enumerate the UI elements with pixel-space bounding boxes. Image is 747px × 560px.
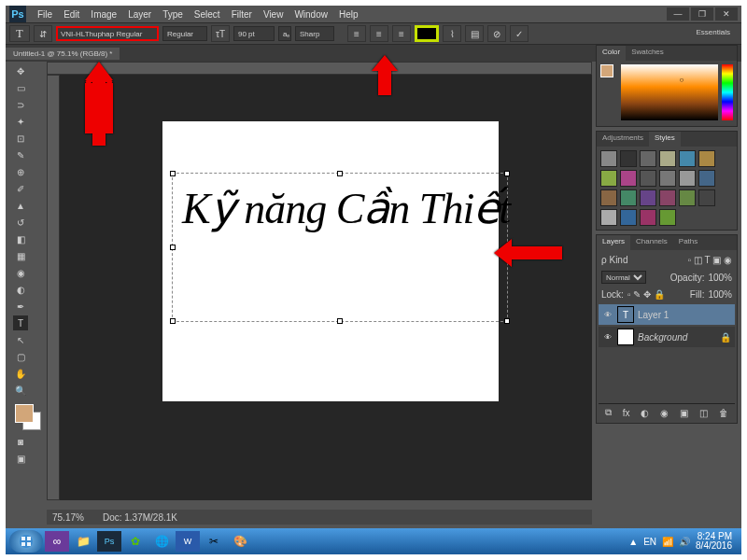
paths-tab[interactable]: Paths [673,235,703,250]
style-swatch[interactable] [659,150,676,167]
eyedropper-tool[interactable]: ✎ [13,147,28,162]
taskbar-ps-icon[interactable]: Ps [97,531,121,552]
workspace-label[interactable]: Essentials [691,26,736,38]
warp-text-button[interactable]: ⌇ [443,25,461,42]
color-tab[interactable]: Color [597,46,626,61]
styles-tab[interactable]: Styles [649,132,681,147]
taskbar-explorer-icon[interactable]: 📁 [71,531,95,552]
layer-row-1[interactable]: 👁 T Layer 1 [599,304,735,325]
taskbar-vs-icon[interactable]: ∞ [45,531,69,552]
taskbar-word-icon[interactable]: W [176,531,200,552]
antialiasing-select[interactable]: Sharp [295,26,334,41]
visibility-icon[interactable]: 👁 [602,309,613,320]
commit-button[interactable]: ✓ [510,25,529,42]
menu-help[interactable]: Help [333,9,364,20]
maximize-button[interactable]: ❐ [691,7,713,21]
fx-button[interactable]: fx [623,408,630,418]
tray-flag-icon[interactable]: ▲ [628,537,638,547]
text-color-swatch[interactable] [415,25,439,42]
wand-tool[interactable]: ✦ [13,114,28,129]
font-style-select[interactable]: Regular [162,26,207,41]
menu-filter[interactable]: Filter [226,9,258,20]
layer-row-bg[interactable]: 👁 Background 🔒 [599,327,735,347]
menu-edit[interactable]: Edit [58,9,85,20]
clock[interactable]: 8:24 PM8/4/2016 [696,532,732,551]
screenmode-button[interactable]: ▣ [13,451,28,466]
style-swatch[interactable] [640,150,656,167]
text-content[interactable]: Kỹ năng Cần Thiết [173,174,507,243]
align-center-button[interactable]: ≡ [370,25,388,42]
gradient-tool[interactable]: ▦ [13,248,28,263]
hand-tool[interactable]: ✋ [13,366,28,381]
mask-button[interactable]: ◐ [641,408,649,418]
adjustments-tab[interactable]: Adjustments [597,132,649,147]
eraser-tool[interactable]: ◧ [13,231,28,246]
style-swatch[interactable] [600,170,617,187]
visibility-icon[interactable]: 👁 [602,331,613,343]
align-left-button[interactable]: ≡ [347,25,366,42]
style-swatch[interactable] [620,209,637,226]
taskbar-coccoc-icon[interactable]: ✿ [123,531,148,552]
pen-tool[interactable]: ✒ [13,299,28,314]
marquee-tool[interactable]: ▭ [13,80,28,95]
menu-file[interactable]: File [32,9,58,20]
style-swatch[interactable] [640,170,656,187]
brush-tool[interactable]: ✐ [13,181,28,196]
dodge-tool[interactable]: ◐ [13,282,28,297]
channels-tab[interactable]: Channels [630,235,673,250]
menu-window[interactable]: Window [289,9,333,20]
taskbar-chrome-icon[interactable]: 🌐 [149,531,174,552]
style-swatch[interactable] [679,170,696,187]
canvas-area[interactable]: Kỹ năng Cần Thiết [60,75,592,500]
close-button[interactable]: ✕ [715,7,738,21]
character-panel-button[interactable]: ▤ [465,25,484,42]
orientation-button[interactable]: ⇵ [34,25,52,42]
menu-layer[interactable]: Layer [122,9,157,20]
delete-layer-button[interactable]: 🗑 [719,408,728,418]
history-brush-tool[interactable]: ↺ [13,215,28,230]
adjustment-layer-button[interactable]: ◉ [660,408,669,418]
style-swatch[interactable] [698,170,715,187]
style-swatch[interactable] [600,189,617,206]
style-swatch[interactable] [659,170,676,187]
lasso-tool[interactable]: ⊃ [13,97,28,112]
start-button[interactable] [9,530,43,553]
style-swatch[interactable] [600,209,617,226]
link-layers-button[interactable]: ⧉ [605,407,612,418]
canvas[interactable]: Kỹ năng Cần Thiết [162,121,499,401]
color-ramp[interactable] [621,64,718,120]
zoom-tool[interactable]: 🔍 [13,383,28,398]
blur-tool[interactable]: ◉ [13,265,28,280]
zoom-level[interactable]: 75.17% [52,512,84,523]
menu-view[interactable]: View [258,9,289,20]
swatches-tab[interactable]: Swatches [626,46,669,61]
style-swatch[interactable] [659,209,676,226]
opacity-value[interactable]: 100% [708,273,732,283]
menu-image[interactable]: Image [85,9,122,20]
hue-bar[interactable] [722,64,733,120]
font-family-select[interactable]: VNI-HLThuphap Regular [56,26,159,41]
quickmask-button[interactable]: ◙ [13,434,28,449]
menu-select[interactable]: Select [189,9,226,20]
blend-mode-select[interactable]: Normal [601,271,646,284]
heal-tool[interactable]: ⊕ [13,164,28,179]
document-tab[interactable]: Untitled-1 @ 75.1% (RGB/8) * [6,48,120,60]
color-fg-swatch[interactable] [600,64,613,77]
type-tool[interactable]: T [13,315,28,330]
style-swatch[interactable] [620,170,637,187]
font-size-select[interactable]: 90 pt [233,26,275,41]
style-swatch[interactable] [640,189,656,206]
layers-tab[interactable]: Layers [597,235,630,250]
style-swatch[interactable] [640,209,656,226]
taskbar-snip-icon[interactable]: ✂ [202,531,226,552]
style-swatch[interactable] [679,189,696,206]
style-swatch[interactable] [620,150,637,167]
style-swatch[interactable] [659,189,676,206]
taskbar-paint-icon[interactable]: 🎨 [228,531,252,552]
style-swatch[interactable] [600,150,617,167]
menu-type[interactable]: Type [157,9,189,20]
style-swatch[interactable] [698,189,715,206]
align-right-button[interactable]: ≡ [392,25,411,42]
tray-volume-icon[interactable]: 🔊 [679,537,690,547]
move-tool[interactable]: ✥ [13,63,28,78]
